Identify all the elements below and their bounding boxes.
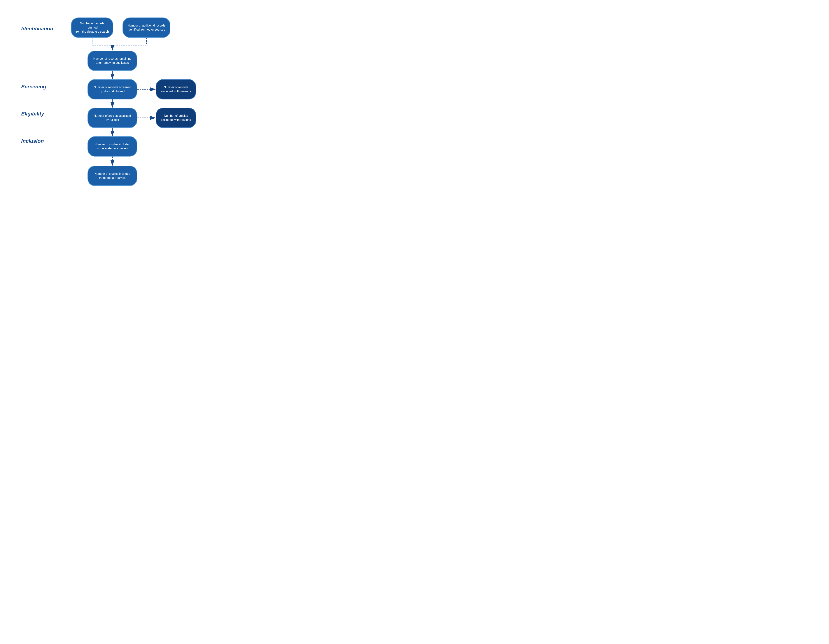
phase-inclusion: Inclusion	[21, 138, 44, 144]
box-systematic-review-label: Number of studies included in the system…	[95, 142, 130, 151]
box-meta-analysis: Number of studies included in the meta-a…	[88, 166, 137, 186]
box-other-sources: Number of additional records identified …	[123, 17, 170, 38]
box-articles-excluded-label: Number of articles excluded, with reason…	[161, 114, 191, 122]
box-screened: Number of records screened by title and …	[88, 79, 137, 99]
box-screened-label: Number of records screened by title and …	[94, 85, 131, 94]
phase-identification: Identification	[21, 26, 53, 31]
arrows-overlay	[19, 7, 213, 192]
box-records-excluded-label: Number of records excluded, with reasons	[161, 85, 191, 94]
box-other-sources-label: Number of additional records identified …	[128, 24, 165, 32]
phase-screening: Screening	[21, 84, 46, 90]
box-systematic-review: Number of studies included in the system…	[88, 136, 137, 156]
box-articles-excluded: Number of articles excluded, with reason…	[156, 108, 196, 128]
phase-eligibility: Eligibility	[21, 111, 44, 117]
box-full-text-label: Number of articles assessed by full text	[94, 114, 131, 122]
box-meta-analysis-label: Number of studies included in the meta-a…	[95, 172, 130, 180]
box-after-duplicates-label: Number of records remaining after removi…	[93, 57, 131, 65]
box-db-search: Number of records returned from the data…	[71, 17, 113, 38]
box-after-duplicates: Number of records remaining after removi…	[88, 50, 137, 71]
box-db-search-label: Number of records returned from the data…	[75, 21, 109, 34]
box-records-excluded: Number of records excluded, with reasons	[156, 79, 196, 99]
box-full-text: Number of articles assessed by full text	[88, 108, 137, 128]
prisma-diagram: Identification Screening Eligibility Inc…	[19, 7, 213, 192]
